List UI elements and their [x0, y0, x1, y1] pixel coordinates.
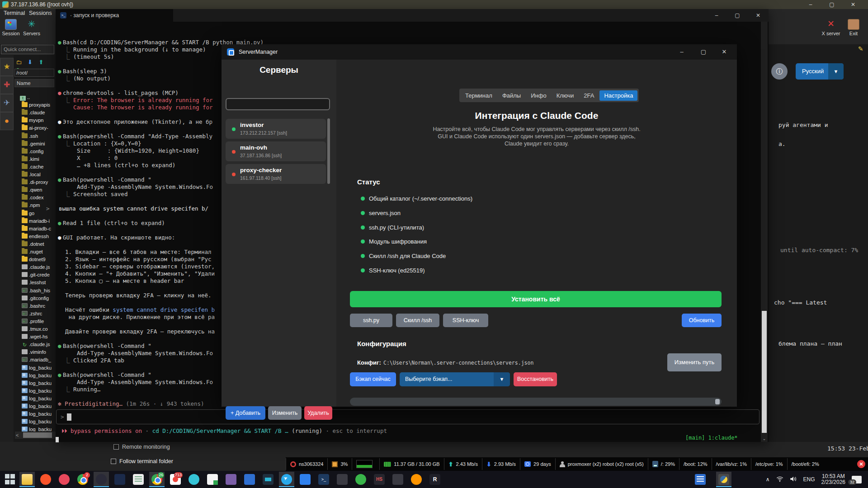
file-row[interactable]: proxyapis [22, 101, 56, 109]
anydesk[interactable]: 713 [168, 472, 183, 487]
tab-терминал[interactable]: Терминал [461, 90, 497, 101]
install-all-button[interactable]: Установить всё [350, 291, 722, 307]
gimp[interactable] [223, 472, 239, 487]
refresh-button[interactable]: Обновить [682, 314, 722, 327]
follow-terminal-folder-checkbox[interactable]: Follow terminal folder [111, 458, 173, 465]
file-row[interactable]: log_backu [22, 387, 56, 395]
file-row[interactable]: .wget-hs [22, 333, 56, 341]
component-button-1[interactable]: ssh.py [350, 314, 392, 327]
tab-инфо[interactable]: Инфо [526, 90, 551, 101]
quick-connect-input[interactable]: Quick connect... [1, 45, 54, 54]
remote-monitoring-checkbox[interactable]: Remote monitoring [113, 444, 170, 450]
file-row[interactable]: log_backu [22, 380, 56, 387]
download-icon[interactable]: ⬇ [25, 59, 34, 66]
file-row[interactable]: .local [22, 171, 56, 178]
telegram[interactable] [279, 472, 294, 487]
terminal-minimize-button[interactable]: – [706, 9, 727, 22]
add-server-button[interactable]: + Добавить [226, 406, 265, 420]
qbittorrent[interactable] [353, 472, 368, 487]
file-row[interactable]: .gemini [22, 140, 56, 148]
file-row[interactable]: log_backu [22, 395, 56, 403]
file-row[interactable]: mariadb-c [22, 225, 56, 233]
file-row[interactable]: .lesshst [22, 279, 56, 286]
notepad[interactable] [131, 472, 146, 487]
file-row[interactable]: .tmux.co [22, 325, 56, 333]
terminal-tab[interactable]: >_ · запуск и проверка [56, 9, 173, 22]
tab-ключи[interactable]: Ключи [552, 90, 579, 101]
file-row[interactable]: ↻.claude.js [22, 341, 56, 348]
file-row[interactable]: .profile [22, 318, 56, 325]
terminal-maximize-button[interactable]: ▢ [727, 9, 748, 22]
name-column-header[interactable]: Name [14, 79, 54, 87]
vscode[interactable] [297, 472, 313, 487]
menu-terminal[interactable]: Terminal [4, 10, 25, 16]
chrome-profile-2[interactable]: 26 [149, 472, 165, 487]
delete-server-button[interactable]: Удалить [304, 406, 332, 420]
file-row[interactable]: .cache [22, 163, 56, 171]
file-row[interactable]: .zshrc [22, 310, 56, 318]
firefox[interactable] [409, 472, 424, 487]
notifications-icon[interactable]: 32 [852, 476, 862, 483]
mobaxterm-maximize-button[interactable]: ▢ [825, 0, 839, 9]
file-row[interactable]: .kimi [22, 155, 56, 163]
edit-server-button[interactable]: Изменить [268, 406, 302, 420]
file-row[interactable]: .npm [22, 202, 56, 209]
brave-browser[interactable] [38, 472, 53, 487]
path-field[interactable]: /root/ [14, 69, 54, 77]
file-row[interactable]: log_backu [22, 364, 56, 372]
quick-memo[interactable] [693, 472, 708, 487]
file-row[interactable]: .dotnet [22, 240, 56, 248]
file-row[interactable]: .bashrc [22, 302, 56, 310]
file-row[interactable]: log_backu [22, 403, 56, 410]
app-blue[interactable] [242, 472, 257, 487]
file-row[interactable]: .viminfo [22, 348, 56, 356]
app-dark[interactable] [335, 472, 350, 487]
web-icon[interactable]: ● [0, 112, 14, 130]
file-row[interactable]: mariadb-i [22, 217, 56, 225]
file-row[interactable]: log_backu [22, 418, 56, 426]
sm-close-button[interactable]: ✕ [714, 44, 734, 60]
file-row[interactable]: .qwen [22, 186, 56, 194]
config-horizontal-scrollbar[interactable] [350, 398, 722, 406]
favorites-icon[interactable]: ★ [0, 58, 14, 76]
file-row[interactable]: .di-proxy [22, 178, 56, 186]
menu-sessions[interactable]: Sessions [29, 10, 52, 16]
language-indicator[interactable]: ENG [803, 476, 815, 483]
component-button-3[interactable]: SSH-ключ [443, 314, 488, 327]
file-row[interactable]: myvpn [22, 117, 56, 124]
sm-minimize-button[interactable]: – [672, 44, 692, 60]
file-row[interactable]: .git-crede [22, 271, 56, 279]
language-selector[interactable]: Русский ▼ [796, 63, 844, 80]
info-button[interactable]: ⓘ [771, 63, 788, 80]
sidebar-horizontal-scrollbar[interactable]: < [15, 432, 56, 439]
file-row[interactable]: dotnet9 [22, 256, 56, 263]
tab-2fa[interactable]: 2FA [579, 90, 599, 101]
tray-clock[interactable]: 10:53 AM2/23/2026 [821, 474, 845, 485]
mobaxterm-close-button[interactable]: ✕ [846, 0, 860, 9]
edge-dev[interactable] [186, 472, 202, 487]
sm-maximize-button[interactable]: ▢ [693, 44, 713, 60]
libreoffice[interactable] [205, 472, 220, 487]
volume-icon[interactable] [790, 476, 797, 483]
terminal-scrollbar[interactable]: ⌄ [761, 22, 768, 442]
file-explorer[interactable] [19, 472, 35, 487]
server-search-input[interactable] [226, 98, 330, 110]
file-row[interactable]: .bash_his [22, 287, 56, 295]
pencil-icon[interactable]: ✎ [858, 45, 866, 53]
browser-red[interactable] [57, 472, 72, 487]
file-row[interactable]: .mariadb_ [22, 356, 56, 364]
server-list-item[interactable]: proxy-checker161.97.118.40 [ssh] [226, 164, 326, 184]
exit-button[interactable]: Exit [844, 19, 863, 36]
file-row[interactable]: endlessh [22, 233, 56, 240]
terminal-app[interactable]: >_ [316, 472, 331, 487]
tab-настройка[interactable]: Настройка [599, 90, 637, 101]
file-row[interactable]: .config [22, 148, 56, 155]
file-row[interactable]: go [22, 210, 56, 217]
file-row[interactable]: log_backu [22, 410, 56, 418]
file-row[interactable]: .ssh [22, 132, 56, 140]
terminal-close-button[interactable]: ✕ [748, 9, 769, 22]
file-row[interactable]: .nuget [22, 248, 56, 256]
app-dark-2[interactable] [390, 472, 406, 487]
file-row[interactable]: .claude.js [22, 263, 56, 271]
file-row[interactable]: ai-proxy- [22, 124, 56, 132]
